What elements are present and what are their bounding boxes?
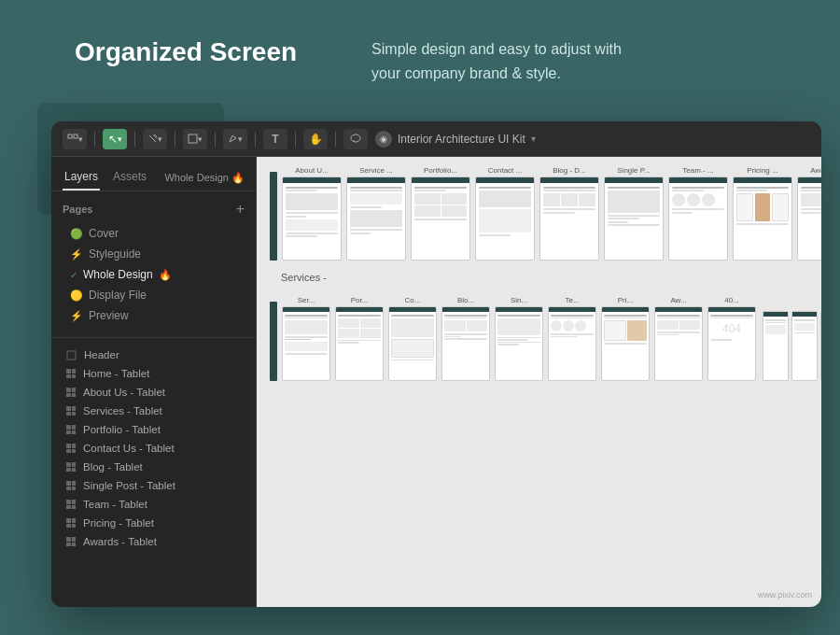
pages-section-header: Pages + xyxy=(51,191,256,221)
frame-services-label: Service ... xyxy=(359,166,393,175)
frame-team-desktop: Team - ... xyxy=(668,166,728,261)
layer-item-team-tablet[interactable]: Team - Tablet xyxy=(51,495,256,514)
text-tool-button[interactable]: T xyxy=(263,129,287,149)
pages-list: 🟢 Cover ⚡ Styleguide ✓ Whole Design 🔥 🟡 … xyxy=(51,221,256,333)
display-file-label: Display File xyxy=(89,289,147,302)
layer-item-awards-tablet[interactable]: Awards - Tablet xyxy=(51,532,256,551)
page-item-display-file[interactable]: 🟡 Display File xyxy=(51,285,256,305)
project-dropdown-icon[interactable]: ▾ xyxy=(531,134,536,144)
tablet-thumb-0 xyxy=(282,306,330,381)
frame-awards-desktop: Awards ... xyxy=(797,166,821,261)
layer-item-contact-tablet[interactable]: Contact Us - Tablet xyxy=(51,439,256,458)
sidebar-tab-right: Whole Design 🔥 xyxy=(164,172,245,184)
layer-item-services-tablet[interactable]: Services - Tablet xyxy=(51,402,256,420)
tablet-frame-7-label: Aw... xyxy=(670,296,686,304)
svg-rect-1 xyxy=(74,134,77,138)
page-item-whole-design[interactable]: ✓ Whole Design 🔥 xyxy=(51,264,256,285)
tablet-frame-4: Sin... xyxy=(495,296,543,381)
move-tool-button[interactable]: ↖ ▾ xyxy=(103,129,127,149)
page-subtitle: Simple design and easy to adjust with yo… xyxy=(371,37,651,85)
add-page-button[interactable]: + xyxy=(236,201,245,218)
scale-tool-button[interactable]: ▾ xyxy=(143,129,167,149)
frame-about-desktop: About U... xyxy=(282,166,342,261)
layer-home-tablet-label: Home - Tablet xyxy=(83,368,149,379)
toolbar-separator-2 xyxy=(134,132,135,147)
layer-item-header[interactable]: Header xyxy=(51,346,256,364)
shape-tool-button[interactable]: ▾ xyxy=(183,129,207,149)
tablet-thumb-8: 404 xyxy=(707,306,756,381)
tablet-frame-3-label: Blo... xyxy=(457,296,474,304)
top-section: Organized Screen Simple design and easy … xyxy=(75,37,765,85)
layer-item-single-post-tablet[interactable]: Single Post - Tablet xyxy=(51,476,256,495)
frame-blog-desktop: Blog - D... xyxy=(539,166,599,261)
extra-frame-1 xyxy=(763,311,789,381)
tablet-frame-4-label: Sin... xyxy=(511,296,527,304)
layer-item-pricing-tablet[interactable]: Pricing - Tablet xyxy=(51,514,256,532)
frame-blog-label: Blog - D... xyxy=(553,166,586,175)
frame-awards-thumb xyxy=(797,176,821,261)
services-text: Services - xyxy=(281,272,327,283)
tablet-frame-0: Ser... xyxy=(282,296,330,381)
grid-icon-blog xyxy=(66,462,76,472)
page-item-styleguide[interactable]: ⚡ Styleguide xyxy=(51,244,256,264)
layer-item-portfolio-tablet[interactable]: Portfolio - Tablet xyxy=(51,420,256,439)
frame-contact-desktop: Contact ... xyxy=(475,166,535,261)
comment-tool-button[interactable] xyxy=(343,129,368,149)
layer-about-tablet-label: About Us - Tablet xyxy=(83,387,165,398)
canvas-inner: About U... xyxy=(257,157,821,607)
frame-tool-button[interactable]: ▾ xyxy=(63,129,87,149)
tablet-frames-row: Ser... xyxy=(266,296,812,381)
project-name: Interior Architecture UI Kit xyxy=(398,133,525,146)
frame-pricing-label: Pricing ... xyxy=(747,166,777,175)
desktop-section-bar xyxy=(270,172,277,261)
layer-team-tablet-label: Team - Tablet xyxy=(83,499,147,510)
title-bar: ▾ ↖ ▾ ▾ xyxy=(51,121,821,157)
title-bar-center: ◉ Interior Architecture UI Kit ▾ xyxy=(375,131,536,148)
grid-icon-awards xyxy=(66,537,76,546)
tablet-frame-1: Por... xyxy=(335,296,384,381)
page-title: Organized Screen xyxy=(75,37,297,67)
tab-layers[interactable]: Layers xyxy=(63,164,100,190)
layers-list: Header Home - Tablet About Us - Tablet xyxy=(51,342,256,607)
tablet-thumb-6 xyxy=(601,306,650,381)
toolbar: ▾ ↖ ▾ ▾ xyxy=(63,129,368,149)
frame-team-label: Team - ... xyxy=(682,166,713,175)
page-item-preview[interactable]: ⚡ Preview xyxy=(51,305,256,326)
whole-design-emoji: 🔥 xyxy=(159,269,172,281)
tablet-frame-6-label: Pri... xyxy=(618,296,633,304)
pages-label: Pages xyxy=(63,204,92,215)
watermark: www.pixiv.com xyxy=(758,590,812,600)
tab-assets[interactable]: Assets xyxy=(111,164,148,190)
grid-icon-about xyxy=(66,388,76,397)
svg-line-2 xyxy=(149,135,156,142)
hand-tool-button[interactable]: ✋ xyxy=(303,129,328,149)
pen-tool-button[interactable]: ▾ xyxy=(223,129,247,149)
frame-awards-label: Awards ... xyxy=(810,166,821,175)
toolbar-separator-5 xyxy=(255,132,256,147)
cover-label: Cover xyxy=(89,227,119,240)
tablet-frame-8-label: 40... xyxy=(724,296,739,304)
layer-header-label: Header xyxy=(84,349,119,360)
frame-contact-label: Contact ... xyxy=(488,166,522,175)
layer-item-about-tablet[interactable]: About Us - Tablet xyxy=(51,383,256,402)
tablet-thumb-7 xyxy=(654,306,703,381)
layer-item-blog-tablet[interactable]: Blog - Tablet xyxy=(51,458,256,476)
sidebar-tabs: Layers Assets Whole Design 🔥 xyxy=(51,157,256,191)
extra-tablet-frames xyxy=(763,311,821,381)
canvas-area: About U... xyxy=(257,157,821,607)
tablet-frame-3: Blo... xyxy=(441,296,490,381)
tablet-frame-5: Te... xyxy=(548,296,596,381)
layer-blog-tablet-label: Blog - Tablet xyxy=(83,461,143,473)
tablet-frame-1-label: Por... xyxy=(351,296,369,304)
frame-about-thumb xyxy=(282,176,342,261)
tablet-thumb-2 xyxy=(388,306,437,381)
whole-design-page-label: Whole Design xyxy=(83,268,153,281)
grid-icon-single-post xyxy=(66,481,76,490)
frame-portfolio-thumb xyxy=(411,176,470,261)
tablet-thumb-1 xyxy=(335,306,384,381)
grid-icon-services xyxy=(66,406,76,416)
layer-item-home-tablet[interactable]: Home - Tablet xyxy=(51,364,256,383)
page-item-cover[interactable]: 🟢 Cover xyxy=(51,223,256,244)
app-body: Layers Assets Whole Design 🔥 Pages + 🟢 C… xyxy=(51,157,821,607)
layer-single-post-tablet-label: Single Post - Tablet xyxy=(83,480,175,491)
